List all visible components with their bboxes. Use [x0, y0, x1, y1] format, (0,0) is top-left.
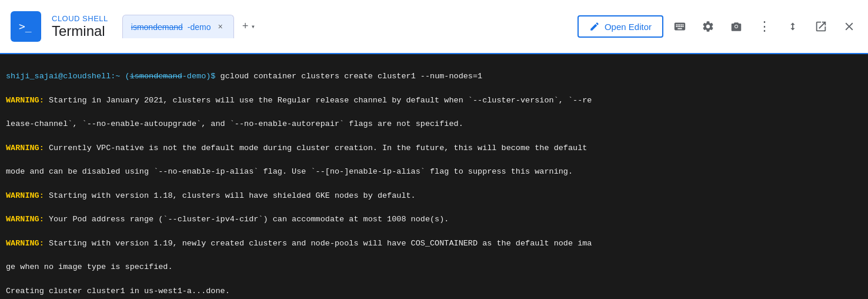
active-tab[interactable]: ismondemand-demo × — [122, 15, 234, 38]
terminal-line-2: WARNING: Starting in January 2021, clust… — [6, 95, 862, 107]
open-editor-button[interactable]: Open Editor — [577, 15, 663, 38]
prompt-1: shiji_sajai@cloudshell:~ (ismondemand-de… — [6, 72, 215, 81]
close-button[interactable] — [837, 15, 861, 38]
add-tab-button[interactable]: + ▾ — [236, 17, 261, 36]
camera-icon — [730, 20, 743, 33]
more-button[interactable]: ⋮ — [753, 15, 776, 38]
warning-label-5: WARNING: — [6, 239, 44, 248]
expand-icon — [786, 20, 799, 33]
terminal-line-6: WARNING: Starting with version 1.18, clu… — [6, 190, 862, 202]
open-new-button[interactable] — [809, 15, 833, 38]
tab-close-button[interactable]: × — [215, 21, 225, 33]
keyboard-button[interactable] — [668, 15, 692, 38]
cloud-shell-label: CLOUD SHELL — [52, 14, 108, 23]
warning-label-4: WARNING: — [6, 215, 44, 224]
terminal-line-8: WARNING: Starting with version 1.19, new… — [6, 238, 862, 250]
expand-button[interactable] — [781, 15, 804, 38]
creating-line: Creating cluster cluster1 in us-west1-a.… — [6, 287, 230, 295]
terminal-line-10: Creating cluster cluster1 in us-west1-a.… — [6, 285, 862, 297]
toolbar-actions: Open Editor ⋮ — [577, 15, 861, 38]
settings-icon — [702, 20, 715, 33]
terminal-line-9: ge when no image type is specified. — [6, 261, 862, 273]
open-new-icon — [814, 20, 827, 33]
tab-label-suffix: -demo — [188, 22, 211, 32]
terminal-area[interactable]: shiji_sajai@cloudshell:~ (ismondemand-de… — [0, 54, 868, 299]
logo-box: >_ — [11, 11, 41, 42]
tab-label-strikethrough: ismondemand — [131, 22, 183, 32]
settings-button[interactable] — [696, 15, 720, 38]
warning-text-1: Starting in January 2021, clusters will … — [44, 96, 592, 105]
terminal-line-1: shiji_sajai@cloudshell:~ (ismondemand-de… — [6, 71, 862, 82]
warning-label-3: WARNING: — [6, 191, 44, 200]
title-area: CLOUD SHELL Terminal — [52, 14, 108, 39]
more-icon: ⋮ — [758, 19, 771, 35]
warning-text-2: Currently VPC-native is not the default … — [44, 144, 587, 152]
add-tab-chevron: ▾ — [251, 22, 255, 31]
camera-button[interactable] — [725, 15, 748, 38]
terminal-line-5: mode and can be disabled using `--no-ena… — [6, 166, 862, 178]
add-tab-icon: + — [242, 21, 249, 32]
terminal-label: Terminal — [52, 23, 108, 39]
close-icon — [843, 20, 856, 33]
warning-label-2: WARNING: — [6, 144, 44, 152]
keyboard-icon — [673, 20, 686, 33]
terminal-line-4: WARNING: Currently VPC-native is not the… — [6, 142, 862, 154]
terminal-line-7: WARNING: Your Pod address range (`--clus… — [6, 214, 862, 225]
topbar: >_ CLOUD SHELL Terminal ismondemand-demo… — [0, 0, 868, 54]
open-editor-label: Open Editor — [605, 22, 652, 32]
svg-text:>_: >_ — [19, 20, 32, 32]
tabs-area: ismondemand-demo × + ▾ Open Editor — [122, 15, 861, 38]
terminal-logo-icon: >_ — [16, 17, 35, 36]
terminal-line-3: lease-channel`, `--no-enable-autoupgrade… — [6, 118, 862, 130]
warning-label-1: WARNING: — [6, 96, 44, 105]
warning-text-4: Your Pod address range (`--cluster-ipv4-… — [44, 215, 449, 224]
pencil-icon — [589, 21, 600, 32]
warning-text-5: Starting with version 1.19, newly create… — [44, 239, 592, 248]
warning-text-3: Starting with version 1.18, clusters wil… — [44, 191, 416, 200]
logo-area: >_ — [7, 8, 45, 45]
command-1: gcloud container clusters create cluster… — [215, 72, 482, 81]
